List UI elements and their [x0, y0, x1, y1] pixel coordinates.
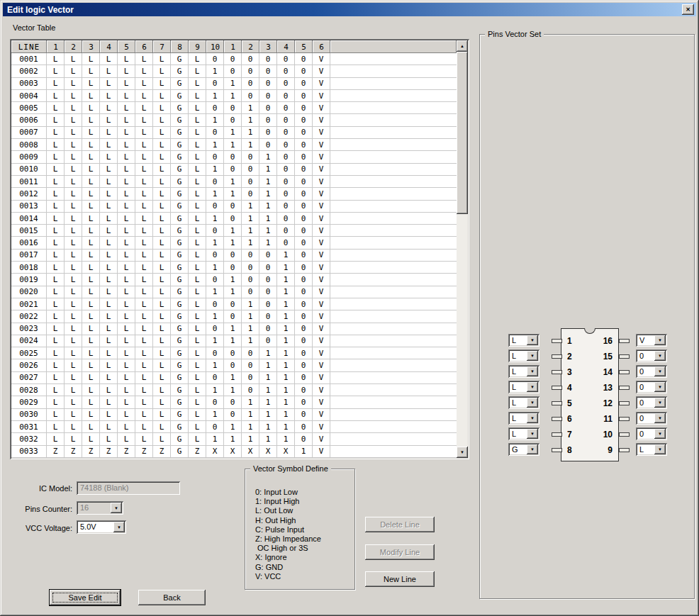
line-number-cell[interactable]: 0029	[11, 396, 47, 408]
vector-cell[interactable]: 1	[224, 286, 242, 298]
vector-cell[interactable]: 1	[259, 164, 277, 176]
vector-cell[interactable]: L	[135, 78, 153, 90]
vector-cell[interactable]: L	[189, 53, 206, 65]
vector-cell[interactable]: V	[313, 298, 330, 310]
vector-cell[interactable]: 1	[259, 176, 277, 188]
vector-cell[interactable]: 0	[295, 127, 313, 139]
vector-cell[interactable]: 1	[259, 409, 277, 421]
vector-cell[interactable]: V	[313, 396, 330, 408]
vector-cell[interactable]: 0	[295, 250, 313, 262]
vector-cell[interactable]: 1	[242, 102, 259, 114]
vector-cell[interactable]: L	[189, 359, 206, 371]
vector-cell[interactable]: L	[189, 396, 206, 408]
line-number-cell[interactable]: 0012	[11, 188, 47, 200]
vector-cell[interactable]: L	[47, 250, 65, 262]
vector-cell[interactable]: L	[118, 250, 135, 262]
vector-cell[interactable]: V	[313, 286, 330, 298]
vector-cell[interactable]: L	[135, 176, 153, 188]
vector-cell[interactable]: G	[171, 372, 189, 384]
vector-cell[interactable]: 0	[206, 372, 224, 384]
vector-cell[interactable]: 1	[259, 396, 277, 408]
vector-cell[interactable]: G	[171, 225, 189, 237]
vector-cell[interactable]: L	[153, 433, 171, 445]
pin-combo-dropdown-button[interactable]: ▼	[527, 351, 538, 361]
vertical-scrollbar[interactable]: ▲ ▼	[457, 40, 468, 458]
vector-cell[interactable]: 0	[277, 65, 295, 77]
vector-cell[interactable]: L	[153, 151, 171, 163]
table-row[interactable]: 0003LLLLLLLGL010000V	[11, 78, 457, 90]
vector-cell[interactable]: X	[259, 446, 277, 458]
vector-cell[interactable]: 1	[206, 286, 224, 298]
line-number-cell[interactable]: 0017	[11, 250, 47, 262]
vector-cell[interactable]: 0	[206, 127, 224, 139]
vector-cell[interactable]: V	[313, 409, 330, 421]
line-number-cell[interactable]: 0033	[11, 446, 47, 458]
vector-cell[interactable]: 0	[242, 188, 259, 200]
vector-cell[interactable]: G	[171, 90, 189, 102]
vector-cell[interactable]: G	[171, 433, 189, 445]
vector-cell[interactable]: L	[100, 372, 118, 384]
vector-cell[interactable]: L	[65, 53, 82, 65]
vector-cell[interactable]: 0	[206, 250, 224, 262]
vector-cell[interactable]: 0	[295, 213, 313, 225]
vector-cell[interactable]: L	[153, 201, 171, 213]
vector-cell[interactable]: L	[100, 347, 118, 359]
vector-cell[interactable]: L	[100, 335, 118, 347]
vector-cell[interactable]: L	[189, 151, 206, 163]
vector-cell[interactable]: 1	[206, 262, 224, 274]
vector-cell[interactable]: 1	[277, 323, 295, 335]
vector-cell[interactable]: L	[189, 188, 206, 200]
vector-cell[interactable]: G	[171, 114, 189, 126]
vector-cell[interactable]: L	[65, 250, 82, 262]
vector-cell[interactable]: V	[313, 237, 330, 249]
vector-cell[interactable]: G	[171, 323, 189, 335]
line-number-cell[interactable]: 0028	[11, 384, 47, 396]
vector-cell[interactable]: L	[189, 409, 206, 421]
vector-cell[interactable]: L	[153, 359, 171, 371]
line-number-cell[interactable]: 0027	[11, 372, 47, 384]
vector-cell[interactable]: 1	[206, 310, 224, 323]
vector-cell[interactable]: V	[313, 335, 330, 347]
vector-cell[interactable]: L	[118, 298, 135, 310]
table-row[interactable]: 0027LLLLLLLGL010110V	[11, 372, 457, 384]
vector-cell[interactable]: 0	[295, 225, 313, 237]
vector-cell[interactable]: V	[313, 274, 330, 286]
vector-cell[interactable]: Z	[100, 446, 118, 458]
vector-cell[interactable]: L	[153, 347, 171, 359]
vector-cell[interactable]: 0	[259, 310, 277, 323]
vector-cell[interactable]: V	[313, 127, 330, 139]
vector-cell[interactable]: 1	[242, 409, 259, 421]
vector-cell[interactable]: L	[118, 359, 135, 371]
back-button[interactable]: Back	[138, 590, 206, 605]
vector-cell[interactable]: 0	[206, 225, 224, 237]
vector-cell[interactable]: G	[171, 274, 189, 286]
vector-cell[interactable]: 1	[259, 188, 277, 200]
column-header[interactable]: 6	[135, 40, 153, 53]
line-number-cell[interactable]: 0009	[11, 151, 47, 163]
vector-cell[interactable]: V	[313, 114, 330, 126]
vector-cell[interactable]: L	[153, 384, 171, 396]
vector-cell[interactable]: 0	[224, 102, 242, 114]
vector-cell[interactable]: 0	[277, 237, 295, 249]
vector-cell[interactable]: L	[100, 274, 118, 286]
vector-cell[interactable]: L	[100, 323, 118, 335]
table-row[interactable]: 0008LLLLLLLGL111000V	[11, 139, 457, 151]
vector-cell[interactable]: 0	[259, 90, 277, 102]
table-row[interactable]: 0018LLLLLLLGL100010V	[11, 262, 457, 274]
table-row[interactable]: 0024LLLLLLLGL111010V	[11, 335, 457, 347]
column-header[interactable]: 1	[224, 40, 242, 53]
vector-cell[interactable]: L	[47, 151, 65, 163]
vector-cell[interactable]: 0	[295, 201, 313, 213]
vector-cell[interactable]: 1	[295, 446, 313, 458]
vector-cell[interactable]: 1	[206, 114, 224, 126]
vector-cell[interactable]: L	[189, 164, 206, 176]
pin-vector-combo[interactable]: 0▼	[636, 396, 667, 409]
vector-cell[interactable]: L	[118, 310, 135, 323]
vector-cell[interactable]: V	[313, 151, 330, 163]
vector-cell[interactable]: L	[47, 139, 65, 151]
vector-cell[interactable]: 1	[242, 127, 259, 139]
vector-cell[interactable]: G	[171, 65, 189, 77]
table-row[interactable]: 0009LLLLLLLGL000100V	[11, 151, 457, 163]
vector-cell[interactable]: L	[82, 237, 100, 249]
vector-cell[interactable]: G	[171, 446, 189, 458]
